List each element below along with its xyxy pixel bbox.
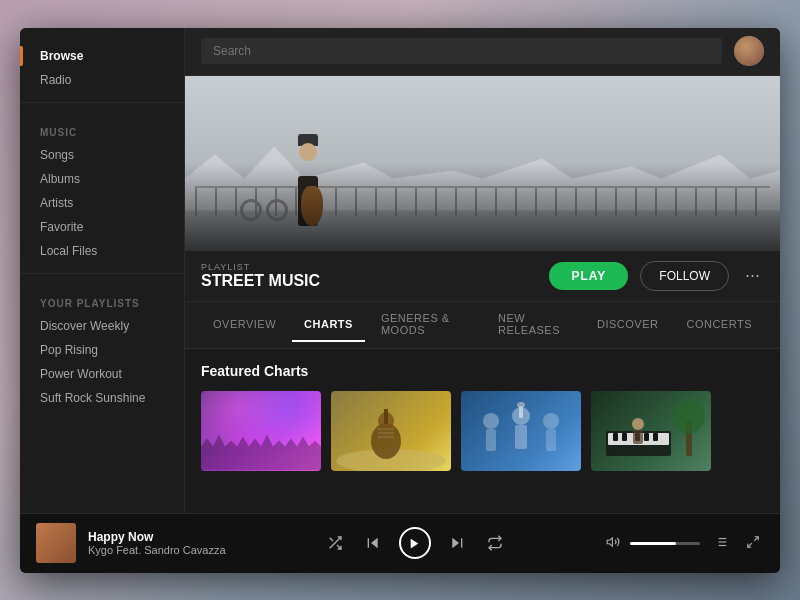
- chart-cards: [201, 391, 764, 471]
- svg-marker-35: [607, 537, 612, 545]
- sidebar-item-artists[interactable]: Artists: [20, 191, 184, 215]
- chart-card-2[interactable]: [331, 391, 451, 471]
- volume-icon: [606, 535, 620, 552]
- favorite-label: Favorite: [40, 220, 83, 234]
- svg-rect-9: [486, 429, 496, 451]
- tab-generes-moods[interactable]: GENERES & MOODS: [369, 302, 482, 348]
- band-scene-icon: [461, 391, 581, 471]
- tab-charts[interactable]: CHARTS: [292, 308, 365, 342]
- sidebar-divider-1: [20, 102, 184, 103]
- sidebar-divider-2: [20, 273, 184, 274]
- search-input[interactable]: [201, 38, 722, 64]
- scroll-content: Featured Charts: [185, 349, 780, 513]
- track-info: Happy Now Kygo Feat. Sandro Cavazza: [88, 530, 226, 556]
- sidebar-item-discover-weekly[interactable]: Discover Weekly: [20, 314, 184, 338]
- volume-bar[interactable]: [630, 542, 700, 545]
- playbar: Happy Now Kygo Feat. Sandro Cavazza: [20, 513, 780, 573]
- main-area: Browse Radio MUSIC Songs Albums Artists …: [20, 28, 780, 513]
- sidebar-item-favorite[interactable]: Favorite: [20, 215, 184, 239]
- svg-line-42: [754, 536, 758, 540]
- play-button[interactable]: PLAY: [549, 262, 628, 290]
- svg-marker-32: [411, 538, 419, 548]
- play-pause-button[interactable]: [399, 527, 431, 559]
- sidebar-item-browse[interactable]: Browse: [20, 44, 184, 68]
- beach-scene-icon: [331, 391, 451, 471]
- sidebar-item-pop-rising[interactable]: Pop Rising: [20, 338, 184, 362]
- albums-label: Albums: [40, 172, 80, 186]
- queue-button[interactable]: [710, 533, 732, 554]
- artists-label: Artists: [40, 196, 73, 210]
- prev-button[interactable]: [361, 531, 385, 555]
- svg-point-15: [517, 402, 525, 408]
- svg-rect-24: [653, 433, 658, 441]
- svg-marker-33: [452, 538, 459, 549]
- playlist-label: PLAYLIST: [201, 262, 537, 272]
- shuffle-icon: [327, 535, 343, 551]
- sidebar-item-radio[interactable]: Radio: [20, 68, 184, 92]
- hero-overlay: [185, 163, 780, 251]
- follow-button[interactable]: FOLLOW: [640, 261, 729, 291]
- svg-rect-23: [644, 433, 649, 441]
- playback-controls: [238, 527, 592, 559]
- prev-icon: [365, 535, 381, 551]
- play-icon: [408, 537, 421, 550]
- tab-new-releases[interactable]: NEW RELEASES: [486, 302, 581, 348]
- suft-rock-label: Suft Rock Sunshine: [40, 391, 145, 405]
- track-artist: Kygo Feat. Sandro Cavazza: [88, 544, 226, 556]
- musician-head: [299, 143, 317, 161]
- volume-fill: [630, 542, 676, 545]
- discover-weekly-label: Discover Weekly: [40, 319, 129, 333]
- repeat-button[interactable]: [483, 531, 507, 555]
- sidebar-item-local-files[interactable]: Local Files: [20, 239, 184, 263]
- track-artwork: [36, 523, 76, 563]
- playlists-section-label: YOUR PLAYLISTS: [20, 284, 184, 314]
- sidebar-item-songs[interactable]: Songs: [20, 143, 184, 167]
- chart-card-4[interactable]: [591, 391, 711, 471]
- hero-image: [185, 76, 780, 251]
- hero-scene: [185, 76, 780, 251]
- radio-label: Radio: [40, 73, 71, 87]
- pop-rising-label: Pop Rising: [40, 343, 98, 357]
- svg-line-43: [748, 543, 752, 547]
- tab-overview[interactable]: OVERVIEW: [201, 308, 288, 342]
- music-section-label: MUSIC: [20, 113, 184, 143]
- shuffle-button[interactable]: [323, 531, 347, 555]
- chart-card-1[interactable]: [201, 391, 321, 471]
- avatar[interactable]: [734, 36, 764, 66]
- featured-title: Featured Charts: [201, 363, 764, 379]
- next-icon: [449, 535, 465, 551]
- sidebar-item-power-workout[interactable]: Power Workout: [20, 362, 184, 386]
- playlist-bar: PLAYLIST STREET MUSIC PLAY FOLLOW ···: [185, 251, 780, 302]
- repeat-icon: [487, 535, 503, 551]
- svg-rect-4: [384, 409, 388, 424]
- songs-label: Songs: [40, 148, 74, 162]
- fullscreen-icon: [746, 535, 760, 549]
- svg-rect-26: [633, 430, 643, 444]
- svg-marker-30: [371, 538, 378, 549]
- sidebar-item-suft-rock[interactable]: Suft Rock Sunshine: [20, 386, 184, 410]
- avatar-image: [734, 36, 764, 66]
- app-window: Browse Radio MUSIC Songs Albums Artists …: [20, 28, 780, 573]
- svg-rect-13: [546, 429, 556, 451]
- tab-discover[interactable]: DISCOVER: [585, 308, 670, 342]
- piano-scene-icon: [591, 391, 711, 471]
- fullscreen-button[interactable]: [742, 533, 764, 554]
- sidebar-item-albums[interactable]: Albums: [20, 167, 184, 191]
- track-name: Happy Now: [88, 530, 226, 544]
- svg-line-29: [329, 538, 332, 541]
- more-button[interactable]: ···: [741, 265, 764, 286]
- svg-point-17: [673, 398, 705, 434]
- queue-icon: [714, 535, 728, 549]
- right-controls: [604, 533, 764, 554]
- power-workout-label: Power Workout: [40, 367, 122, 381]
- svg-rect-20: [613, 433, 618, 441]
- playlist-info: PLAYLIST STREET MUSIC: [201, 262, 537, 290]
- next-button[interactable]: [445, 531, 469, 555]
- svg-rect-21: [622, 433, 627, 441]
- svg-point-12: [543, 413, 559, 429]
- content-area: PLAYLIST STREET MUSIC PLAY FOLLOW ··· OV…: [185, 28, 780, 513]
- tab-concerts[interactable]: CONCERTS: [674, 308, 764, 342]
- chart-card-3[interactable]: [461, 391, 581, 471]
- svg-rect-11: [515, 425, 527, 449]
- svg-point-8: [483, 413, 499, 429]
